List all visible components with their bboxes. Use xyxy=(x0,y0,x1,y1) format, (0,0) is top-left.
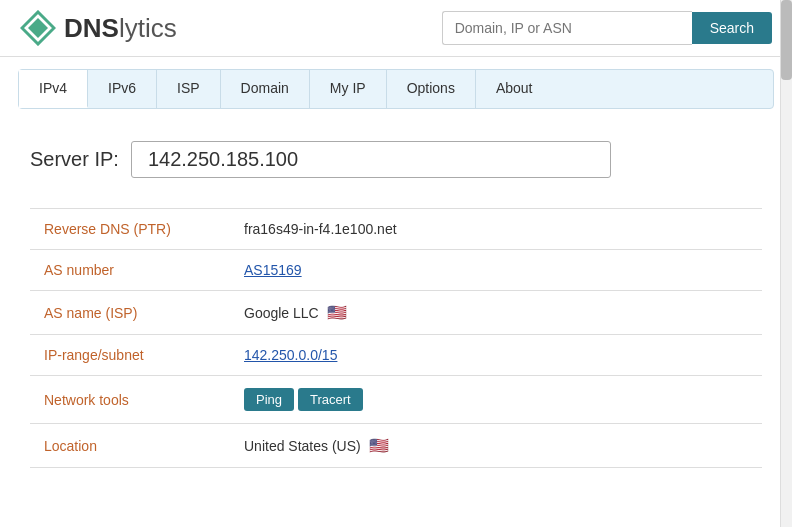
logo: DNSlytics xyxy=(20,10,177,46)
logo-dns: DNS xyxy=(64,13,119,43)
row-link[interactable]: AS15169 xyxy=(244,262,302,278)
flag-icon: 🇺🇸 xyxy=(327,303,347,322)
tab-isp[interactable]: ISP xyxy=(157,70,221,108)
logo-lytics: lytics xyxy=(119,13,177,43)
server-ip-value: 142.250.185.100 xyxy=(131,141,611,178)
server-ip-label: Server IP: xyxy=(30,148,119,171)
tabs-container: IPv4IPv6ISPDomainMy IPOptionsAbout xyxy=(18,69,774,109)
tab-domain[interactable]: Domain xyxy=(221,70,310,108)
flag-icon: 🇺🇸 xyxy=(369,436,389,455)
table-row: Network toolsPingTracert xyxy=(30,376,762,424)
table-row: Reverse DNS (PTR)fra16s49-in-f4.1e100.ne… xyxy=(30,209,762,250)
tool-button-ping[interactable]: Ping xyxy=(244,388,294,411)
table-row: AS name (ISP)Google LLC 🇺🇸 xyxy=(30,291,762,335)
search-button[interactable]: Search xyxy=(692,12,772,44)
row-link[interactable]: 142.250.0.0/15 xyxy=(244,347,337,363)
server-ip-row: Server IP: 142.250.185.100 xyxy=(30,141,762,178)
row-label: AS number xyxy=(30,250,230,291)
logo-text: DNSlytics xyxy=(64,13,177,44)
row-value[interactable]: AS15169 xyxy=(230,250,762,291)
row-label: Network tools xyxy=(30,376,230,424)
tool-button-tracert[interactable]: Tracert xyxy=(298,388,363,411)
row-value: United States (US) 🇺🇸 xyxy=(230,424,762,468)
search-area: Search xyxy=(442,11,772,45)
tab-about[interactable]: About xyxy=(476,70,553,108)
row-label: Location xyxy=(30,424,230,468)
row-label: Reverse DNS (PTR) xyxy=(30,209,230,250)
tab-ipv6[interactable]: IPv6 xyxy=(88,70,157,108)
row-value[interactable]: PingTracert xyxy=(230,376,762,424)
table-row: IP-range/subnet142.250.0.0/15 xyxy=(30,335,762,376)
logo-icon xyxy=(20,10,56,46)
header: DNSlytics Search xyxy=(0,0,792,57)
scrollbar[interactable] xyxy=(780,0,792,488)
search-input[interactable] xyxy=(442,11,692,45)
row-value[interactable]: 142.250.0.0/15 xyxy=(230,335,762,376)
scrollbar-thumb[interactable] xyxy=(781,0,792,80)
row-label: IP-range/subnet xyxy=(30,335,230,376)
tab-options[interactable]: Options xyxy=(387,70,476,108)
row-value: Google LLC 🇺🇸 xyxy=(230,291,762,335)
tab-ipv4[interactable]: IPv4 xyxy=(19,70,88,108)
row-value: fra16s49-in-f4.1e100.net xyxy=(230,209,762,250)
tab-my-ip[interactable]: My IP xyxy=(310,70,387,108)
main-content: Server IP: 142.250.185.100 Reverse DNS (… xyxy=(0,121,792,488)
table-row: LocationUnited States (US) 🇺🇸 xyxy=(30,424,762,468)
info-table: Reverse DNS (PTR)fra16s49-in-f4.1e100.ne… xyxy=(30,208,762,468)
row-label: AS name (ISP) xyxy=(30,291,230,335)
table-row: AS numberAS15169 xyxy=(30,250,762,291)
